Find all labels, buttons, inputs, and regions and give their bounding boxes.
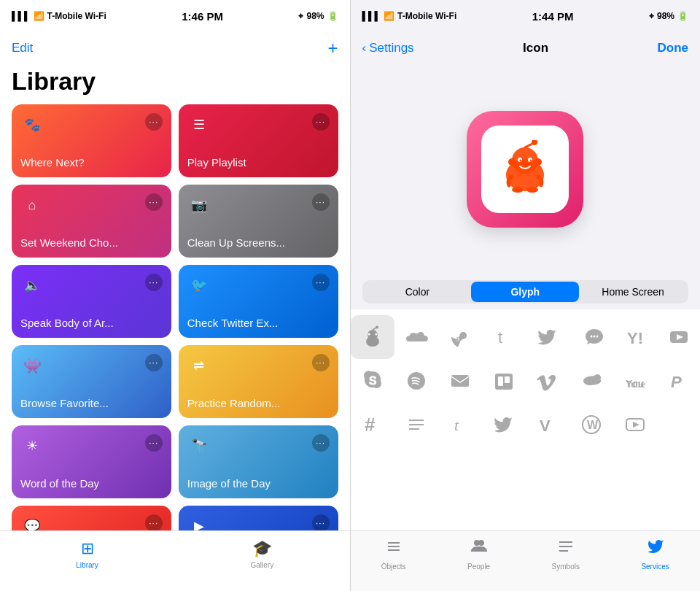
glyph-reddit[interactable] (351, 315, 394, 359)
glyph-youtube-alt[interactable]: YouTube (613, 359, 657, 403)
glyph-soundcloud[interactable] (394, 315, 438, 359)
card-label-clean-up: Clean Up Screens... (187, 236, 330, 249)
glyph-wordpress[interactable]: W (569, 403, 613, 447)
card-more-translate[interactable]: ··· (145, 514, 163, 530)
svg-text:P: P (671, 373, 682, 391)
glyph-mail[interactable] (438, 359, 482, 403)
shortcut-card-clean-up[interactable]: 📷 ··· Clean Up Screens... (179, 185, 338, 258)
done-button[interactable]: Done (658, 41, 689, 55)
card-icon-check-twitter: 🐦 (187, 274, 211, 297)
segment-color[interactable]: Color (364, 282, 472, 302)
card-more-speak-body[interactable]: ··· (145, 274, 163, 291)
glyph-skype[interactable] (351, 359, 394, 403)
glyph-weibo[interactable] (569, 359, 613, 403)
shortcut-card-watch[interactable]: ▶ ··· Watch Voyag... (179, 506, 338, 530)
svg-point-8 (508, 158, 516, 166)
shortcut-card-practice-random[interactable]: ⇌ ··· Practice Random... (179, 345, 338, 418)
card-more-clean-up[interactable]: ··· (312, 193, 330, 211)
svg-point-16 (376, 325, 378, 328)
glyph-trello[interactable] (482, 359, 526, 403)
glyph-twitter[interactable] (526, 315, 569, 359)
card-top: ⌂ ··· (20, 193, 163, 217)
card-top: 📷 ··· (187, 193, 330, 217)
card-label-play-playlist: Play Playlist (187, 156, 330, 169)
left-top-bar: Edit + (0, 32, 350, 64)
card-icon-word-of-day: ☀ (20, 434, 44, 457)
segment-home-screen[interactable]: Home Screen (579, 282, 687, 302)
glyph-spotify[interactable] (394, 359, 438, 403)
shortcut-card-check-twitter[interactable]: 🐦 ··· Check Twitter Ex... (179, 265, 338, 338)
tab-services[interactable]: Services (641, 538, 669, 571)
svg-text:W: W (587, 419, 599, 431)
bottom-tabs-right: Objects People Symbols Services (351, 530, 701, 591)
shortcut-card-set-weekend[interactable]: ⌂ ··· Set Weekend Cho... (12, 185, 171, 258)
chevron-left-icon: ‹ (362, 41, 367, 55)
card-more-browse-fav[interactable]: ··· (145, 354, 163, 371)
card-top: 🔭 ··· (187, 434, 330, 457)
glyph-list-alt[interactable] (394, 403, 438, 447)
shortcut-card-image-of-day[interactable]: 🔭 ··· Image of the Day (179, 425, 338, 498)
more-dots-icon: ··· (149, 117, 158, 127)
card-label-where-next: Where Next? (20, 156, 163, 169)
right-status-bar: ▌▌▌ 📶 T-Mobile Wi-Fi 1:44 PM ⌖ 98% 🔋 (351, 0, 701, 32)
shortcut-card-word-of-day[interactable]: ☀ ··· Word of the Day (12, 425, 171, 498)
glyph-wechat[interactable] (569, 315, 613, 359)
card-more-word-of-day[interactable]: ··· (145, 434, 163, 452)
glyph-vine[interactable]: V (526, 403, 569, 447)
glyph-twitter-alt[interactable] (482, 403, 526, 447)
back-button[interactable]: ‹ Settings (362, 41, 414, 55)
more-dots-icon: ··· (316, 518, 325, 528)
svg-text:Tube: Tube (626, 379, 645, 390)
card-top: 💬 ··· (20, 514, 163, 530)
glyph-tumblr[interactable]: t (482, 315, 526, 359)
card-top: ⇌ ··· (187, 354, 330, 377)
nav-title: Icon (523, 41, 548, 55)
glyph-tumblr-alt[interactable]: t (438, 403, 482, 447)
svg-text:t: t (454, 416, 459, 434)
glyph-youtube[interactable] (657, 315, 701, 359)
card-more-check-twitter[interactable]: ··· (312, 274, 330, 291)
card-more-practice-random[interactable]: ··· (312, 354, 330, 371)
add-button[interactable]: + (327, 39, 338, 57)
svg-point-13 (368, 333, 370, 335)
svg-point-5 (530, 159, 532, 161)
glyph-vimeo[interactable] (526, 359, 569, 403)
tab-library[interactable]: ⊞ Library (76, 539, 98, 569)
card-top: 🔈 ··· (20, 274, 163, 297)
card-top: ☰ ··· (187, 113, 330, 136)
card-more-play-playlist[interactable]: ··· (312, 113, 330, 131)
location-icon: ⌖ (649, 11, 654, 21)
tab-objects[interactable]: Objects (381, 538, 406, 571)
card-icon-translate: 💬 (20, 514, 44, 530)
card-icon-watch: ▶ (187, 514, 211, 530)
shortcut-card-play-playlist[interactable]: ☰ ··· Play Playlist (179, 104, 338, 177)
symbols-icon (557, 538, 575, 560)
shortcut-card-where-next[interactable]: 🐾 ··· Where Next? (12, 104, 171, 177)
app-icon-preview (467, 111, 583, 228)
shortcut-card-browse-fav[interactable]: 👾 ··· Browse Favorite... (12, 345, 171, 418)
svg-rect-29 (505, 376, 510, 383)
tab-gallery[interactable]: 🎓 Gallery (250, 539, 273, 569)
more-dots-icon: ··· (316, 277, 325, 287)
glyph-hashtag[interactable]: # (351, 403, 394, 447)
card-more-where-next[interactable]: ··· (145, 113, 163, 131)
edit-button[interactable]: Edit (12, 41, 33, 55)
glyph-youtube-outline[interactable] (613, 403, 657, 447)
tab-people[interactable]: People (467, 538, 490, 571)
icon-preview-area (351, 64, 701, 274)
shortcut-card-speak-body[interactable]: 🔈 ··· Speak Body of Ar... (12, 265, 171, 338)
glyph-steam[interactable] (438, 315, 482, 359)
tab-symbols[interactable]: Symbols (552, 538, 580, 571)
card-more-image-of-day[interactable]: ··· (312, 434, 330, 452)
glyph-paypal[interactable]: P (657, 359, 701, 403)
card-more-watch[interactable]: ··· (312, 514, 330, 530)
segment-glyph[interactable]: Glyph (471, 282, 579, 302)
people-icon (470, 538, 488, 560)
shortcut-card-translate[interactable]: 💬 ··· Translate Selection (12, 506, 171, 530)
card-label-browse-fav: Browse Favorite... (20, 397, 163, 409)
glyph-yahoo[interactable]: Y! (613, 315, 657, 359)
svg-point-4 (520, 159, 522, 161)
tab-people-label: People (467, 563, 490, 571)
left-panel: ▌▌▌ 📶 T-Mobile Wi-Fi 1:46 PM ⌖ 98% 🔋 Edi… (0, 0, 350, 591)
card-more-set-weekend[interactable]: ··· (145, 193, 163, 211)
